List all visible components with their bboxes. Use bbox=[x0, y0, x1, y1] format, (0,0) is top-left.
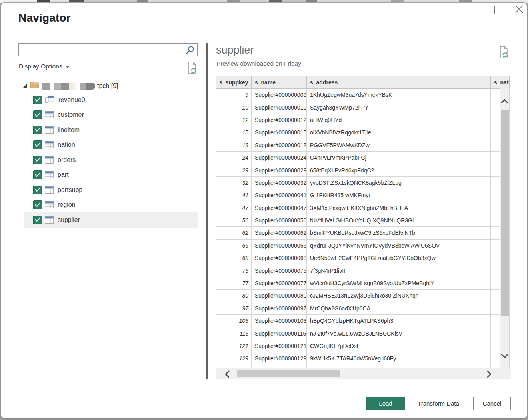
refresh-preview-icon-right[interactable] bbox=[498, 46, 510, 60]
sidebar-item-revenue0[interactable]: revenue0 bbox=[1, 92, 206, 108]
tree-root-database[interactable]: tpch [9] bbox=[18, 80, 118, 92]
checkbox-checked-icon[interactable] bbox=[33, 110, 42, 119]
cell-address: 658tEqXLPvRd6xpFdqC2 bbox=[307, 164, 491, 176]
search-input[interactable] bbox=[22, 44, 184, 56]
table-row: 66Supplier#000000066qYdruFJQJYYiKvnNVmYf… bbox=[216, 239, 510, 252]
horizontal-scrollbar-thumb[interactable] bbox=[237, 370, 340, 377]
table-row: 24Supplier#000000024C4nPvLrVmKPPabFCj bbox=[216, 151, 510, 164]
table-row: 97Supplier#000000097MrCQha2G6ndX1fp6CA bbox=[216, 302, 510, 314]
cell-name: Supplier#000000077 bbox=[252, 277, 307, 289]
scroll-down-icon[interactable] bbox=[502, 352, 507, 359]
checkbox-checked-icon[interactable] bbox=[33, 156, 42, 164]
sidebar-item-partsupp[interactable]: partsupp bbox=[1, 182, 206, 198]
chevron-down-icon bbox=[66, 66, 69, 68]
cell-name: Supplier#000000115 bbox=[252, 327, 307, 340]
preview-title: supplier bbox=[216, 44, 254, 56]
preview-grid: s_suppkeys_names_addresss_natio 9Supplie… bbox=[216, 76, 511, 368]
cell-address: CWGri,tKI 7gDcDsl bbox=[307, 340, 491, 352]
horizontal-scrollbar[interactable] bbox=[216, 368, 511, 379]
vertical-scrollbar-thumb[interactable] bbox=[501, 110, 509, 316]
sidebar-item-region[interactable]: region bbox=[1, 198, 206, 213]
table-row: 9Supplier#0000000091KhUgZegwM3ua7dsYmekY… bbox=[216, 89, 510, 101]
cell-name: Supplier#000000066 bbox=[252, 239, 307, 252]
cell-suppkey: 129 bbox=[216, 352, 252, 365]
cell-address: hBpQ4GYblzpHKTgATLPAS6ph3 bbox=[307, 315, 491, 327]
preview-subtitle: Preview downloaded on Friday bbox=[216, 60, 301, 67]
table-row: 41Supplier#000000041G 1FKHR435 wMKFmyt bbox=[216, 189, 510, 202]
checkbox-checked-icon[interactable] bbox=[33, 126, 42, 134]
cell-suppkey: 15 bbox=[216, 126, 252, 139]
close-button[interactable] bbox=[514, 4, 524, 14]
cell-suppkey: 66 bbox=[216, 239, 252, 252]
checkbox-checked-icon[interactable] bbox=[33, 186, 42, 194]
scroll-up-icon[interactable] bbox=[502, 99, 507, 107]
cell-address: Saygah3gYWMp72i PY bbox=[307, 101, 491, 114]
table-row: 129Supplier#0000001299kWUk5K 7TAR40dW5nV… bbox=[216, 352, 510, 365]
vertical-scrollbar[interactable] bbox=[500, 88, 509, 378]
cell-address: aLIW q0HYd bbox=[307, 114, 491, 126]
cell-suppkey: 68 bbox=[216, 252, 252, 264]
cell-name: Supplier#000000032 bbox=[252, 176, 307, 189]
cell-name: Supplier#000000129 bbox=[252, 352, 307, 365]
sidebar-item-nation[interactable]: nation bbox=[1, 138, 206, 153]
navigator-dialog: Navigator Display Options bbox=[1, 2, 527, 418]
cell-name: Supplier#000000068 bbox=[252, 252, 307, 264]
table-icon bbox=[45, 201, 54, 208]
cell-address: olXVbNBfVzRqgokr1T,Ie bbox=[307, 126, 491, 139]
cell-address: yvoD3TtZSx1skQNCK8agk5bZlZLug bbox=[307, 176, 491, 189]
cell-name: Supplier#000000056 bbox=[252, 214, 307, 226]
transform-data-button[interactable]: Transform Data bbox=[411, 397, 466, 410]
table-row: 10Supplier#000000010Saygah3gYWMp72i PY bbox=[216, 101, 510, 114]
cell-name: Supplier#000000018 bbox=[252, 139, 307, 151]
cell-address: nJ 2t0f7Ve,wL1,6WzGBJLNBUCKlsV bbox=[307, 327, 491, 340]
close-icon bbox=[514, 4, 524, 14]
table-row: 47Supplier#0000000473XM1x,Pcxqw,HK4XNlgb… bbox=[216, 202, 510, 214]
table-icon bbox=[45, 216, 54, 224]
cell-address: 3XM1x,Pcxqw,HK4XNlgbnZMbLhBHLA bbox=[307, 202, 491, 214]
pane-divider bbox=[206, 43, 208, 379]
cell-address: C4nPvLrVmKPPabFCj bbox=[307, 151, 491, 164]
sidebar-item-customer[interactable]: customer bbox=[1, 108, 206, 123]
maximize-button[interactable] bbox=[494, 6, 502, 14]
checkbox-checked-icon[interactable] bbox=[33, 96, 42, 104]
scroll-right-icon[interactable] bbox=[485, 371, 490, 378]
column-header-s_name: s_name bbox=[252, 76, 307, 89]
checkbox-checked-icon[interactable] bbox=[33, 170, 42, 179]
cancel-button[interactable]: Cancel bbox=[473, 397, 511, 410]
cell-suppkey: 103 bbox=[216, 315, 252, 327]
sidebar-item-orders[interactable]: orders bbox=[1, 152, 206, 168]
cell-suppkey: 62 bbox=[216, 227, 252, 239]
cell-name: Supplier#000000103 bbox=[252, 315, 307, 327]
tables-tree: revenue0 customer lineitem nation orders… bbox=[1, 92, 206, 228]
scroll-left-icon[interactable] bbox=[226, 371, 231, 378]
expander-icon[interactable] bbox=[23, 84, 27, 88]
checkbox-checked-icon[interactable] bbox=[33, 200, 42, 209]
table-icon bbox=[45, 186, 54, 194]
display-options-dropdown[interactable]: Display Options bbox=[19, 63, 69, 70]
table-row: 32Supplier#000000032yvoD3TtZSx1skQNCK8ag… bbox=[216, 176, 510, 189]
table-row: 15Supplier#000000015olXVbNBfVzRqgokr1T,I… bbox=[216, 126, 510, 139]
table-row: 77Supplier#000000077wVtcr0uH3CyrSiWMLsqn… bbox=[216, 277, 510, 289]
cell-address: bSmlFYUKBeRsqJxwC9 zS6xpFdEf5jNTb bbox=[307, 227, 491, 239]
sidebar-item-lineitem[interactable]: lineitem bbox=[1, 122, 206, 138]
table-row-partial bbox=[216, 365, 510, 368]
cell-address: G 1FKHR435 wMKFmyt bbox=[307, 189, 491, 202]
cell-name: Supplier#000000009 bbox=[252, 89, 307, 101]
display-options-label: Display Options bbox=[19, 63, 62, 70]
sidebar-item-part[interactable]: part bbox=[1, 168, 206, 183]
load-button[interactable]: Load bbox=[366, 397, 405, 410]
dialog-title: Navigator bbox=[18, 12, 71, 24]
cell-suppkey: 18 bbox=[216, 139, 252, 151]
table-icon bbox=[45, 126, 54, 134]
sidebar-item-supplier[interactable]: supplier bbox=[24, 212, 198, 228]
cell-address: 1KhUgZegwM3ua7dsYmekYBsK bbox=[307, 89, 491, 101]
checkbox-checked-icon[interactable] bbox=[33, 140, 42, 149]
sidebar-item-label: partsupp bbox=[58, 186, 82, 194]
cell-suppkey: 77 bbox=[216, 277, 252, 289]
preview-table: s_suppkeys_names_addresss_natio 9Supplie… bbox=[216, 76, 510, 368]
cell-address: 7f3gN4rP1livII bbox=[307, 264, 491, 277]
search-box bbox=[18, 43, 198, 56]
checkbox-checked-icon[interactable] bbox=[33, 216, 42, 224]
search-icon[interactable] bbox=[185, 45, 195, 57]
refresh-preview-icon[interactable] bbox=[187, 61, 198, 76]
